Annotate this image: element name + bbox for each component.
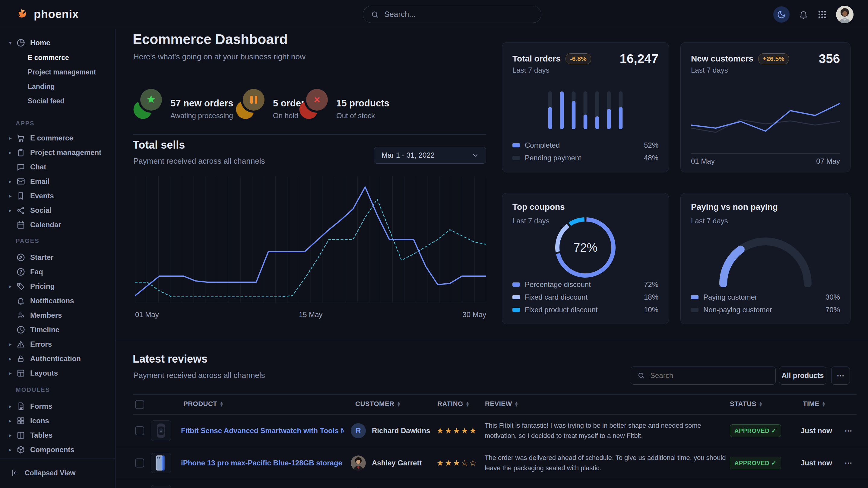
card-period: Last 7 days — [691, 66, 728, 74]
sidebar-item-tables[interactable]: ▸ Tables — [0, 428, 115, 443]
card-period: Last 7 days — [513, 217, 550, 225]
sidebar-subitem-social-feed[interactable]: Social feed — [28, 97, 64, 105]
sidebar-item-members[interactable]: Members — [0, 308, 115, 323]
notifications-bell-button[interactable] — [799, 10, 808, 19]
all-products-button[interactable]: All products — [779, 366, 826, 385]
reviews-search-input[interactable] — [650, 371, 769, 380]
column-header-review[interactable]: REVIEW ▲▼ — [485, 400, 519, 408]
app-grid-button[interactable] — [817, 10, 827, 19]
sidebar-item-home[interactable]: ▾ Home — [0, 36, 115, 50]
divider — [0, 458, 115, 458]
sidebar-item-starter[interactable]: Starter — [0, 250, 115, 265]
customer-name: Richard Dawkins — [372, 426, 430, 435]
theme-toggle-button[interactable] — [773, 6, 789, 23]
chat-icon — [16, 162, 25, 171]
brand-logo[interactable]: phoenix — [16, 7, 79, 21]
sidebar-item-forms[interactable]: ▸ Forms — [0, 399, 115, 414]
bar — [595, 91, 599, 129]
sidebar-item-timeline[interactable]: Timeline — [0, 323, 115, 337]
new-customers-line-chart[interactable] — [691, 85, 840, 151]
stat-out-of-stock: ✕ 15 products Out of stock — [300, 89, 390, 120]
sidebar-subitem-e-commerce[interactable]: E commerce — [28, 54, 69, 62]
column-header-product[interactable]: PRODUCT ▲▼ — [183, 400, 224, 408]
sidebar-item-events[interactable]: ▸ Events — [0, 189, 115, 203]
sidebar-item-social[interactable]: ▸ Social — [0, 203, 115, 218]
user-avatar[interactable] — [836, 6, 854, 23]
product-thumbnail[interactable] — [151, 485, 171, 488]
navbar-search[interactable] — [363, 6, 541, 23]
legend-label: Fixed card discount — [525, 293, 588, 301]
caret-right-icon: ▸ — [9, 356, 16, 362]
sidebar-subitem-project-management[interactable]: Project management — [28, 68, 96, 76]
collapsed-view-toggle[interactable]: Collapsed View — [0, 466, 115, 480]
navbar-search-input[interactable] — [384, 9, 533, 19]
product-thumbnail[interactable] — [151, 421, 171, 441]
sidebar-item-icons[interactable]: ▸ Icons — [0, 414, 115, 428]
sidebar-item-email[interactable]: ▸ Email — [0, 174, 115, 189]
card-period: Last 7 days — [513, 66, 550, 74]
sidebar-item-chat[interactable]: Chat — [0, 160, 115, 174]
caret-right-icon: ▸ — [9, 370, 16, 377]
collapse-icon — [11, 469, 19, 477]
legend-value: 10% — [644, 306, 658, 314]
product-link[interactable]: iPhone 13 pro max-Pacific Blue-128GB sto… — [181, 459, 342, 467]
new-customers-card: New customers +26.5% 356 Last 7 days 01 … — [680, 42, 850, 172]
bar — [619, 91, 623, 129]
card-title: New customers — [691, 54, 753, 64]
caret-right-icon: ▸ — [9, 432, 16, 438]
sidebar-item-project-management[interactable]: ▸ Project management — [0, 145, 115, 160]
product-thumbnail[interactable] — [151, 453, 171, 473]
row-checkbox[interactable] — [135, 426, 144, 435]
sidebar-item-e-commerce[interactable]: ▸ E commerce — [0, 131, 115, 145]
stat-new-orders: 57 new orders Awating processing — [134, 89, 233, 120]
top-coupons-donut-chart[interactable]: 72% — [555, 217, 616, 278]
sidebar-item-errors[interactable]: ▸ Errors — [0, 337, 115, 352]
sidebar-item-faq[interactable]: Faq — [0, 265, 115, 279]
stat-value: 15 products — [336, 98, 390, 109]
customer-name: Ashley Garrett — [372, 459, 422, 467]
main-content: Ecommerce Dashboard Here's what's going … — [116, 29, 868, 488]
sidebar-item-notifications[interactable]: Notifications — [0, 294, 115, 308]
sidebar-item-layouts[interactable]: ▸ Layouts — [0, 366, 115, 380]
out-of-stock-icon: ✕ — [300, 89, 329, 119]
column-header-status[interactable]: STATUS ▲▼ — [730, 400, 763, 408]
bell-icon — [16, 296, 25, 305]
caret-right-icon: ▸ — [9, 150, 16, 156]
reviews-search[interactable] — [631, 366, 776, 385]
review-row: iPhone 13 pro max-Pacific Blue-128GB sto… — [116, 447, 868, 479]
clipboard-icon — [16, 148, 25, 157]
paying-gauge-chart[interactable] — [717, 235, 814, 287]
sidebar-item-authentication[interactable]: ▸ Authentication — [0, 352, 115, 366]
sidebar-item-calendar[interactable]: Calendar — [0, 218, 115, 232]
table-more-button[interactable]: ⋯ — [831, 366, 850, 385]
avatar — [351, 455, 366, 470]
customer-cell: R Richard Dawkins — [351, 423, 430, 438]
select-all-checkbox[interactable] — [135, 400, 144, 409]
total-orders-bar-chart[interactable] — [548, 91, 623, 129]
product-link[interactable]: Fitbit Sense Advanced Smartwatch with To… — [181, 426, 344, 435]
row-more-button[interactable]: ⋯ — [844, 426, 852, 435]
column-header-rating[interactable]: RATING ▲▼ — [437, 400, 470, 408]
sidebar-item-pricing[interactable]: ▸ Pricing — [0, 279, 115, 294]
paying-vs-nonpaying-card: Paying vs non paying Last 7 days Paying … — [680, 193, 850, 324]
review-row — [116, 479, 868, 488]
column-header-time[interactable]: TIME ▲▼ — [803, 400, 826, 408]
legend-label: Completed — [525, 141, 560, 150]
caret-right-icon: ▸ — [9, 135, 16, 141]
new-orders-icon — [134, 89, 162, 119]
row-more-button[interactable]: ⋯ — [844, 458, 852, 467]
sidebar-section-modules: MODULES — [16, 386, 50, 393]
column-header-customer[interactable]: CUSTOMER ▲▼ — [355, 400, 401, 408]
card-period: Last 7 days — [691, 217, 728, 225]
date-range-select[interactable]: Mar 1 - 31, 2022 — [374, 147, 486, 164]
caret-right-icon: ▸ — [9, 207, 16, 214]
row-checkbox[interactable] — [135, 458, 144, 467]
legend: Percentage discount 72% Fixed card disco… — [513, 278, 658, 316]
x-tick: 07 May — [816, 157, 840, 165]
divider — [133, 134, 486, 135]
sidebar-subitem-landing[interactable]: Landing — [28, 83, 55, 91]
sidebar-item-components[interactable]: ▸ Components — [0, 443, 115, 457]
total-sells-chart[interactable] — [135, 176, 486, 307]
search-icon — [638, 372, 645, 379]
legend-row: Percentage discount 72% — [513, 278, 658, 291]
